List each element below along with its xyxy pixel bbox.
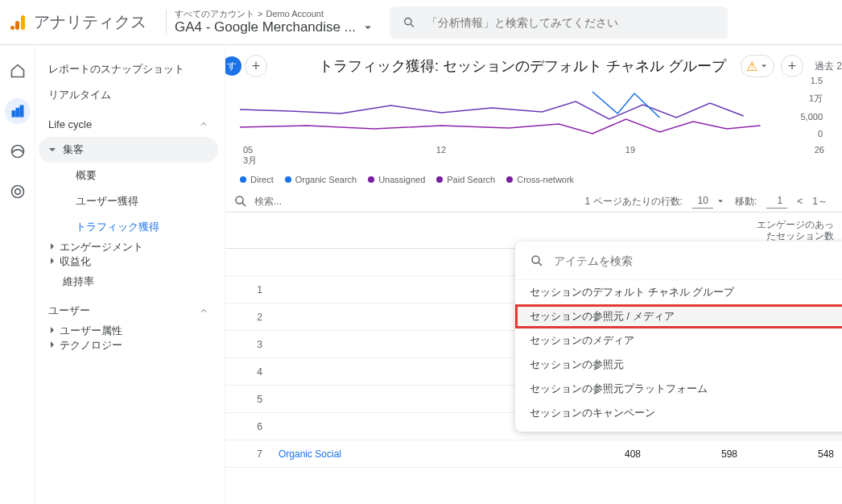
sidebar-item-user-acquisition[interactable]: ユーザー獲得 bbox=[39, 188, 218, 214]
caret-down-icon bbox=[716, 196, 725, 206]
svg-rect-5 bbox=[12, 111, 14, 117]
svg-point-9 bbox=[11, 186, 23, 198]
report-toolbar: す + トラフィック獲得: セッションのデフォルト チャネル グループ ⚠ + … bbox=[225, 45, 842, 82]
group-tech[interactable]: テクノロジー bbox=[39, 338, 218, 353]
report-sidebar: レポートのスナップショット リアルタイム Life cycle 集客 概要 ユー… bbox=[35, 45, 225, 504]
plus-icon: + bbox=[788, 58, 797, 75]
warning-icon: ⚠ bbox=[746, 59, 757, 74]
header-divider bbox=[166, 10, 167, 35]
explore-icon bbox=[10, 143, 26, 159]
date-range[interactable]: 過去 2 bbox=[815, 60, 842, 73]
group-engagement[interactable]: エンゲージメント bbox=[39, 240, 218, 254]
page-title: トラフィック獲得: セッションのデフォルト チャネル グループ bbox=[319, 56, 734, 76]
svg-line-14 bbox=[539, 262, 542, 266]
section-lifecycle[interactable]: Life cycle bbox=[39, 111, 218, 137]
breadcrumb: すべてのアカウント > Demo Account bbox=[175, 9, 375, 19]
target-icon bbox=[10, 184, 26, 200]
dropdown-item[interactable]: セッションの参照元 / メディア bbox=[515, 304, 842, 328]
group-user-attributes[interactable]: ユーザー属性 bbox=[39, 324, 218, 338]
sidebar-realtime[interactable]: リアルタイム bbox=[39, 82, 218, 108]
chevron-up-icon bbox=[199, 306, 208, 316]
plus-icon: + bbox=[252, 58, 261, 75]
legend-item[interactable]: Organic Search bbox=[285, 175, 357, 184]
bar-chart-icon bbox=[10, 103, 26, 119]
svg-point-10 bbox=[14, 189, 20, 195]
product-brand[interactable]: アナリティクス bbox=[10, 11, 158, 33]
home-icon bbox=[10, 63, 26, 79]
global-search-input[interactable] bbox=[427, 16, 714, 29]
group-acquisition[interactable]: 集客 bbox=[39, 137, 218, 163]
left-rail bbox=[0, 45, 35, 504]
range-label: 1～ bbox=[812, 195, 828, 209]
rail-explore[interactable] bbox=[5, 138, 31, 164]
dropdown-item[interactable]: セッションの参照元 bbox=[515, 353, 842, 377]
global-search[interactable] bbox=[390, 6, 728, 39]
svg-line-12 bbox=[242, 203, 246, 206]
sidebar-item-retention[interactable]: 維持率 bbox=[39, 269, 218, 295]
group-monetization[interactable]: 収益化 bbox=[39, 254, 218, 269]
table-row[interactable]: 7Organic Social408598548 bbox=[225, 440, 842, 468]
table-search-input[interactable] bbox=[254, 196, 375, 207]
svg-rect-1 bbox=[15, 21, 19, 30]
rail-advertising[interactable] bbox=[5, 179, 31, 204]
add-segment-button[interactable]: + bbox=[245, 55, 267, 77]
chart-right-axis: 1.5 1万 5,000 0 bbox=[800, 76, 823, 138]
rows-per-page-label: 1 ページあたりの行数: bbox=[585, 195, 683, 209]
legend-item[interactable]: Direct bbox=[240, 175, 274, 184]
add-comparison-button[interactable]: + bbox=[781, 55, 803, 77]
sidebar-item-overview[interactable]: 概要 bbox=[39, 163, 218, 188]
svg-rect-0 bbox=[21, 15, 25, 30]
line-chart-svg bbox=[240, 85, 828, 142]
svg-rect-7 bbox=[20, 105, 23, 116]
rail-home[interactable] bbox=[5, 58, 31, 84]
dropdown-item[interactable]: セッションのデフォルト チャネル グループ bbox=[515, 280, 842, 304]
caret-right-icon bbox=[48, 242, 56, 250]
col-engaged-sessions[interactable]: エンゲージのあったセッション数 bbox=[745, 216, 842, 246]
property-label: GA4 - Google Merchandise ... bbox=[175, 19, 356, 35]
rail-reports[interactable] bbox=[5, 98, 31, 124]
dropdown-search-input[interactable] bbox=[554, 254, 842, 267]
sidebar-snapshot[interactable]: レポートのスナップショット bbox=[39, 56, 218, 82]
account-picker[interactable]: すべてのアカウント > Demo Account GA4 - Google Me… bbox=[175, 9, 375, 35]
search-icon bbox=[530, 254, 544, 268]
chart-x-axis: 053月 12 19 26 1.5 1万 5,000 0 bbox=[240, 145, 828, 167]
dropdown-item[interactable]: セッションの参照元プラットフォーム bbox=[515, 377, 842, 401]
table-controls: 1 ページあたりの行数: 10 移動: 1 < 1～ bbox=[225, 184, 842, 212]
goto-input[interactable]: 1 bbox=[766, 195, 787, 209]
dropdown-item[interactable]: セッションのメディア bbox=[515, 328, 842, 353]
page-prev[interactable]: < bbox=[797, 196, 803, 207]
search-icon bbox=[233, 194, 248, 209]
sidebar-item-traffic-acquisition[interactable]: トラフィック獲得 bbox=[39, 214, 218, 240]
report-main: す + トラフィック獲得: セッションのデフォルト チャネル グループ ⚠ + … bbox=[225, 45, 842, 504]
legend-item[interactable]: Paid Search bbox=[436, 175, 495, 184]
chart bbox=[240, 85, 828, 142]
caret-right-icon bbox=[48, 341, 56, 349]
caret-down-icon bbox=[759, 61, 769, 71]
chevron-up-icon bbox=[199, 119, 208, 129]
data-quality-button[interactable]: ⚠ bbox=[741, 55, 774, 77]
section-user[interactable]: ユーザー bbox=[39, 298, 218, 324]
product-name: アナリティクス bbox=[34, 11, 147, 33]
svg-point-3 bbox=[405, 18, 411, 24]
svg-line-4 bbox=[411, 24, 413, 27]
app-header: アナリティクス すべてのアカウント > Demo Account GA4 - G… bbox=[0, 0, 842, 45]
dropdown-item[interactable]: セッションのキャンペーン bbox=[515, 401, 842, 425]
svg-point-2 bbox=[10, 26, 14, 30]
svg-point-11 bbox=[236, 196, 243, 204]
segment-chip[interactable]: す bbox=[225, 56, 241, 76]
chart-legend: Direct Organic Search Unassigned Paid Se… bbox=[240, 175, 842, 184]
dropdown-search[interactable] bbox=[515, 242, 842, 280]
svg-point-13 bbox=[532, 256, 539, 263]
caret-down-icon bbox=[48, 146, 56, 154]
ga-logo-icon bbox=[10, 13, 29, 32]
caret-right-icon bbox=[48, 257, 56, 265]
rows-per-page-select[interactable]: 10 bbox=[692, 195, 725, 209]
dimension-dropdown: セッションのデフォルト チャネル グループセッションの参照元 / メディアセッシ… bbox=[515, 242, 842, 432]
caret-down-icon bbox=[361, 20, 375, 35]
legend-item[interactable]: Unassigned bbox=[368, 175, 425, 184]
svg-rect-6 bbox=[16, 109, 19, 117]
search-icon bbox=[402, 15, 416, 30]
goto-label: 移動: bbox=[735, 195, 757, 209]
legend-item[interactable]: Cross-network bbox=[506, 175, 574, 184]
caret-right-icon bbox=[48, 326, 56, 334]
